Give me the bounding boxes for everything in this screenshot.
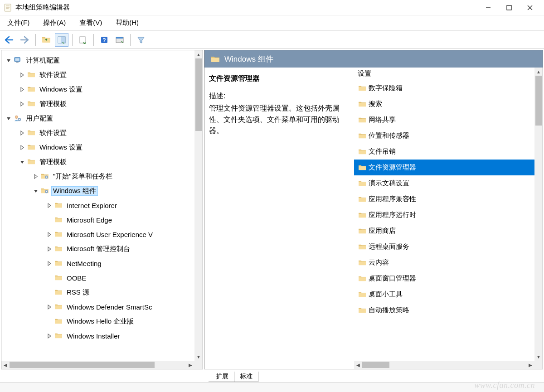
- tab-standard[interactable]: 标准: [234, 372, 258, 382]
- expand-icon[interactable]: [46, 202, 53, 209]
- list-item[interactable]: 远程桌面服务: [354, 239, 534, 255]
- settings-list: 设置 数字保险箱搜索网络共享位置和传感器文件吊销文件资源管理器演示文稿设置应用程…: [354, 68, 543, 369]
- tree-item[interactable]: Microsoft 管理控制台: [1, 242, 194, 256]
- folder-icon: [211, 55, 220, 63]
- collapse-icon[interactable]: [5, 115, 12, 122]
- close-button[interactable]: [520, 1, 540, 15]
- forward-button[interactable]: [18, 33, 32, 47]
- tree-item[interactable]: 用户配置: [1, 111, 194, 126]
- policy-tree[interactable]: 计算机配置软件设置Windows 设置管理模板用户配置软件设置Windows 设…: [1, 50, 194, 361]
- tree-item-label: 计算机配置: [24, 56, 62, 65]
- title-bar: 本地组策略编辑器: [0, 0, 544, 15]
- tree-item[interactable]: 软件设置: [1, 126, 194, 140]
- tree-item[interactable]: Microsoft User Experience V: [1, 227, 194, 242]
- collapse-icon[interactable]: [19, 158, 26, 165]
- expand-icon[interactable]: [46, 231, 53, 238]
- tree-item[interactable]: Windows 设置: [1, 82, 194, 97]
- help-button[interactable]: ?: [97, 33, 111, 47]
- list-item[interactable]: 网络共享: [354, 112, 534, 128]
- collapse-icon[interactable]: [32, 187, 39, 194]
- list-item[interactable]: 演示文稿设置: [354, 175, 534, 191]
- expand-icon[interactable]: [46, 245, 53, 252]
- menu-action[interactable]: 操作(A): [40, 18, 68, 28]
- list-item-label: 演示文稿设置: [369, 179, 409, 188]
- tree-item[interactable]: Internet Explorer: [1, 198, 194, 213]
- list-item[interactable]: 云内容: [354, 255, 534, 271]
- svg-rect-11: [58, 37, 61, 43]
- list-item[interactable]: 文件资源管理器: [354, 160, 534, 175]
- tree-item[interactable]: Microsoft Edge: [1, 213, 194, 227]
- expand-icon[interactable]: [46, 332, 53, 339]
- menu-view[interactable]: 查看(V): [77, 18, 105, 28]
- list-item-label: 文件资源管理器: [369, 163, 416, 172]
- tree-item-label: Microsoft 管理控制台: [65, 244, 132, 254]
- tree-item[interactable]: 软件设置: [1, 68, 194, 82]
- description-label: 描述:: [209, 92, 348, 101]
- expand-icon[interactable]: [19, 86, 26, 93]
- maximize-button[interactable]: [499, 1, 520, 15]
- tree-item[interactable]: Windows Hello 企业版: [1, 314, 194, 329]
- tree-item-label: Microsoft User Experience V: [65, 230, 155, 239]
- tree-item[interactable]: 管理模板: [1, 155, 194, 169]
- tree-item-label: RSS 源: [65, 288, 91, 297]
- list-item[interactable]: 应用程序兼容性: [354, 191, 534, 207]
- toolbar-separator: [93, 34, 94, 46]
- up-folder-button[interactable]: [39, 33, 53, 47]
- list-item-label: 网络共享: [369, 116, 396, 124]
- tree-item-label: "开始"菜单和任务栏: [51, 172, 114, 181]
- filter-button[interactable]: [134, 33, 148, 47]
- tree-item[interactable]: 管理模板: [1, 97, 194, 111]
- list-item[interactable]: 自动播放策略: [354, 302, 534, 318]
- list-horizontal-scrollbar[interactable]: ◀▶: [354, 361, 534, 369]
- show-tree-button[interactable]: [55, 33, 68, 47]
- tree-item[interactable]: OOBE: [1, 271, 194, 285]
- list-item[interactable]: 位置和传感器: [354, 128, 534, 144]
- expand-icon[interactable]: [19, 144, 26, 151]
- list-item[interactable]: 桌面窗口管理器: [354, 271, 534, 286]
- list-item[interactable]: 桌面小工具: [354, 286, 534, 302]
- selected-item-title: 文件资源管理器: [209, 74, 348, 83]
- expand-icon[interactable]: [19, 129, 26, 136]
- folder-icon: [358, 196, 367, 203]
- tree-item[interactable]: RSS 源: [1, 285, 194, 300]
- expand-icon[interactable]: [46, 303, 53, 310]
- expand-icon[interactable]: [46, 260, 53, 267]
- description-area: 文件资源管理器 描述: 管理文件资源管理器设置。这包括外壳属性、文件夹选项、文件…: [204, 68, 354, 369]
- expand-icon[interactable]: [19, 100, 26, 107]
- settings-column-header[interactable]: 设置: [354, 68, 543, 79]
- list-item[interactable]: 应用程序运行时: [354, 207, 534, 223]
- tree-item[interactable]: "开始"菜单和任务栏: [1, 169, 194, 184]
- collapse-icon[interactable]: [5, 57, 12, 64]
- folder-icon: [358, 227, 367, 235]
- list-item-label: 应用程序运行时: [369, 211, 416, 219]
- folder-icon: [358, 291, 367, 298]
- tree-item[interactable]: Windows Installer: [1, 329, 194, 343]
- tree-item[interactable]: NetMeeting: [1, 256, 194, 271]
- tree-item[interactable]: Windows 设置: [1, 140, 194, 155]
- folder-icon: [358, 180, 367, 187]
- list-item[interactable]: 数字保险箱: [354, 80, 534, 96]
- expand-icon[interactable]: [19, 71, 26, 78]
- list-item-label: 桌面窗口管理器: [369, 274, 416, 283]
- tree-horizontal-scrollbar[interactable]: ◀▶: [1, 361, 194, 369]
- menu-file[interactable]: 文件(F): [5, 18, 32, 28]
- folder-icon: [27, 71, 36, 78]
- tree-vertical-scrollbar[interactable]: ▲ ▼: [194, 50, 203, 361]
- tree-item[interactable]: Windows 组件: [1, 184, 194, 198]
- tab-extended[interactable]: 扩展: [209, 372, 234, 382]
- export-button[interactable]: [76, 33, 90, 47]
- list-vertical-scrollbar[interactable]: ▲ ▼: [534, 68, 543, 361]
- properties-button[interactable]: [113, 33, 126, 47]
- minimize-button[interactable]: [478, 1, 499, 15]
- tree-item-label: Windows 组件: [51, 186, 98, 196]
- tree-item[interactable]: Windows Defender SmartSc: [1, 300, 194, 314]
- folder-icon: [27, 100, 36, 107]
- list-item[interactable]: 应用商店: [354, 223, 534, 239]
- expand-icon[interactable]: [32, 173, 39, 180]
- list-item-label: 应用商店: [369, 227, 396, 235]
- list-item[interactable]: 文件吊销: [354, 144, 534, 160]
- list-item[interactable]: 搜索: [354, 96, 534, 112]
- tree-item[interactable]: 计算机配置: [1, 53, 194, 68]
- back-button[interactable]: [3, 33, 16, 47]
- menu-help[interactable]: 帮助(H): [113, 18, 141, 28]
